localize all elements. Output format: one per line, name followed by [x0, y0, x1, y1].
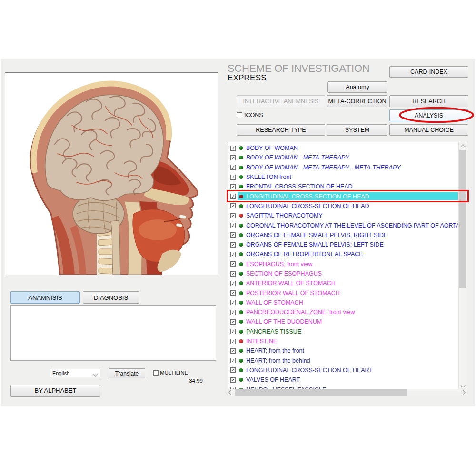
list-item[interactable]: ✓ ESOPHAGUS; front view: [228, 259, 458, 269]
research-type-button[interactable]: RESEARCH TYPE: [237, 124, 325, 136]
list-item[interactable]: ✓ LONGITUDINAL CROSS-SECTION OF HEAD: [228, 201, 458, 211]
status-dot-icon: [239, 388, 243, 389]
list-item[interactable]: ✓ PANCREODUODENAL ZONE; front view: [228, 307, 458, 317]
list-item[interactable]: ✓ ORGANS OF RETROPERITONEAL SPACE: [228, 249, 458, 259]
list-item-checkbox[interactable]: ✓: [230, 223, 236, 228]
list-vertical-scrollbar[interactable]: [458, 142, 467, 389]
list-item[interactable]: ✓ BODY OF WOMAN - META-THERAPY: [228, 153, 458, 162]
list-item[interactable]: ✓ SECTION OF ESOPHAGUS: [228, 269, 458, 278]
list-item-label: SKELETON front: [246, 174, 291, 180]
list-item[interactable]: ✓ WALL OF STOMACH: [228, 298, 458, 307]
list-item-checkbox[interactable]: ✓: [230, 242, 236, 248]
list-item[interactable]: ✓ LONGITUDINAL CROSS-SECTION OF HEART: [228, 366, 458, 375]
list-item-checkbox[interactable]: ✓: [230, 281, 236, 286]
list-item-label: WALL OF THE DUODENUM: [246, 318, 322, 325]
status-dot-icon: [239, 301, 243, 305]
list-item-checkbox[interactable]: ✓: [230, 377, 236, 383]
list-item-label: CORONAL THORACOTOMY AT THE LEVEL OF ASCE…: [246, 222, 458, 229]
list-item-checkbox[interactable]: ✓: [230, 252, 236, 257]
meta-correction-button[interactable]: META-CORRECTION: [327, 95, 387, 107]
list-item-checkbox[interactable]: ✓: [230, 203, 236, 208]
list-item-checkbox[interactable]: ✓: [230, 339, 236, 344]
list-item-checkbox[interactable]: ✓: [230, 165, 236, 170]
list-item-checkbox[interactable]: ✓: [230, 175, 236, 180]
list-item-body: HEART; from the front: [238, 347, 458, 355]
list-item-checkbox[interactable]: ✓: [230, 184, 236, 189]
status-dot-icon: [239, 243, 243, 247]
by-alphabet-button[interactable]: BY ALPHABET: [10, 385, 100, 397]
list-item[interactable]: ✓ INTESTINE: [228, 337, 458, 346]
list-item[interactable]: ✓ ORGANS OF FEMALE SMALL PELVIS; LEFT SI…: [228, 240, 458, 249]
research-button[interactable]: RESEARCH: [389, 95, 468, 107]
chevron-down-icon: [93, 372, 98, 377]
list-item-checkbox[interactable]: ✓: [230, 300, 236, 305]
multiline-checkbox[interactable]: [153, 370, 159, 376]
scroll-down-icon[interactable]: [459, 382, 467, 389]
list-item[interactable]: ✓ VALVES OF HEART: [228, 375, 458, 385]
list-item-checkbox[interactable]: ✓: [230, 367, 236, 373]
list-item-checkbox[interactable]: ✓: [230, 329, 236, 334]
system-button[interactable]: SYSTEM: [327, 124, 387, 136]
scroll-right-icon[interactable]: [460, 389, 466, 396]
list-item[interactable]: ✓ NEURO - VESSEL FASCICLE: [228, 385, 458, 389]
horizontal-scrollbar-thumb[interactable]: [235, 389, 407, 396]
list-item[interactable]: ✓ HEART; from the front: [228, 346, 458, 356]
list-item-body: WALL OF THE DUODENUM: [238, 318, 458, 326]
tab-diagnosis[interactable]: DIAGNOSIS: [83, 291, 139, 304]
list-item-checkbox[interactable]: ✓: [230, 146, 236, 151]
list-item[interactable]: ✓ BODY OF WOMAN - META-THERAPY - META-TH…: [228, 163, 458, 172]
icons-checkbox[interactable]: [237, 112, 242, 118]
list-item-checkbox[interactable]: ✓: [230, 387, 236, 389]
list-item-checkbox[interactable]: ✓: [230, 290, 236, 296]
list-item-label: SAGITTAL THORACOTOMY: [246, 212, 323, 219]
list-item-body: ANTERIOR WALL OF STOMACH: [238, 279, 458, 288]
list-item[interactable]: ✓ LONGITUDINAL CROSS-SECTION OF HEAD: [228, 191, 458, 201]
list-item-checkbox[interactable]: ✓: [230, 310, 236, 315]
list-item-body: FRONTAL CROSS-SECTION OF HEAD: [238, 183, 458, 191]
list-item[interactable]: ✓ HEART; from the behind: [228, 356, 458, 366]
status-dot-icon: [239, 185, 243, 188]
list-item-checkbox[interactable]: ✓: [230, 155, 236, 160]
list-item[interactable]: ✓ ANTERIOR WALL OF STOMACH: [228, 278, 458, 288]
list-item-checkbox[interactable]: ✓: [230, 348, 236, 354]
list-item[interactable]: ✓ WALL OF THE DUODENUM: [228, 317, 458, 327]
language-select-value: English: [52, 370, 69, 376]
list-item-checkbox[interactable]: ✓: [230, 232, 236, 238]
list-item-body: BODY OF WOMAN: [238, 144, 458, 152]
list-item[interactable]: ✓ POSTERIOR WALL OF STOMACH: [228, 288, 458, 298]
list-horizontal-scrollbar[interactable]: [228, 389, 466, 396]
list-item[interactable]: ✓ BODY OF WOMAN: [228, 143, 458, 153]
list-item-checkbox[interactable]: ✓: [230, 213, 236, 218]
list-item-checkbox[interactable]: ✓: [230, 261, 236, 267]
scroll-up-icon[interactable]: [459, 142, 467, 149]
list-item-checkbox[interactable]: ✓: [230, 319, 236, 325]
multiline-checkbox-label: MULTILINE: [160, 370, 188, 376]
status-dot-icon: [239, 262, 243, 266]
list-item[interactable]: ✓ CORONAL THORACOTOMY AT THE LEVEL OF AS…: [228, 220, 458, 230]
list-item-checkbox[interactable]: ✓: [230, 358, 236, 363]
list-item-checkbox[interactable]: ✓: [230, 194, 236, 199]
language-select[interactable]: English: [50, 369, 100, 377]
anatomy-button[interactable]: Anatomy: [327, 81, 387, 93]
analysis-button[interactable]: ANALYSIS: [389, 109, 468, 121]
status-dot-icon: [239, 349, 243, 353]
list-item-body: WALL OF STOMACH: [238, 298, 458, 307]
list-item-label: WALL OF STOMACH: [246, 299, 303, 306]
status-dot-icon: [239, 272, 243, 276]
scroll-left-icon[interactable]: [228, 389, 234, 396]
tab-anamnisis[interactable]: ANAMNISIS: [10, 291, 80, 304]
list-item-label: ORGANS OF FEMALE SMALL PELVIS; LEFT SIDE: [246, 241, 384, 248]
list-item[interactable]: ✓ SKELETON front: [228, 172, 458, 182]
vertical-scrollbar-thumb[interactable]: [459, 150, 466, 288]
list-item[interactable]: ✓ FRONTAL CROSS-SECTION OF HEAD: [228, 182, 458, 191]
list-item-body: LONGITUDINAL CROSS-SECTION OF HEAD: [238, 202, 458, 210]
anamnesis-text-area[interactable]: [10, 305, 216, 361]
card-index-button[interactable]: CARD-INDEX: [389, 66, 468, 78]
list-item-checkbox[interactable]: ✓: [230, 271, 236, 277]
list-item[interactable]: ✓ SAGITTAL THORACOTOMY: [228, 211, 458, 220]
list-item[interactable]: ✓ ORGANS OF FEMALE SMALL PELVIS, RIGHT S…: [228, 230, 458, 240]
manual-choice-button[interactable]: MANUAL CHOICE: [389, 124, 468, 136]
list-item-body: LONGITUDINAL CROSS-SECTION OF HEAD: [238, 192, 458, 200]
list-item[interactable]: ✓ PANCREAS TISSUE: [228, 327, 458, 337]
translate-button[interactable]: Translate: [109, 368, 145, 378]
